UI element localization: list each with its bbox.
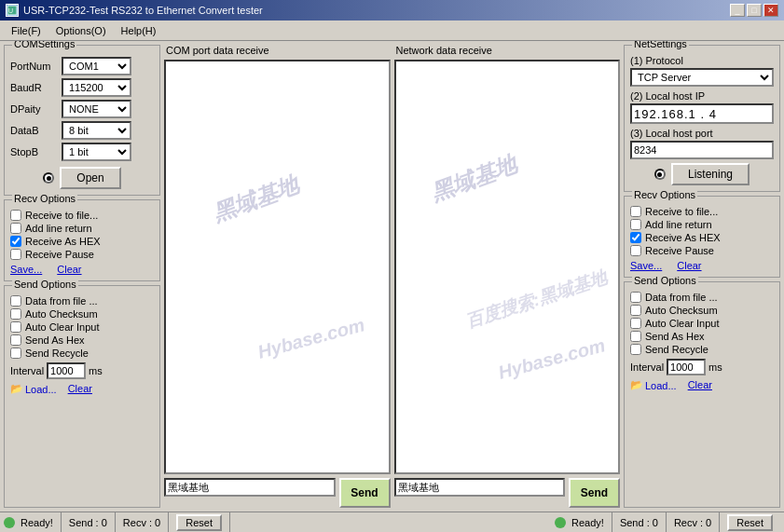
auto-clear-check[interactable] [10, 321, 21, 333]
send-hex-check[interactable] [10, 334, 21, 346]
net-recv-save-link[interactable]: Save... [630, 260, 662, 271]
right-column: NetSettings (1) Protocol TCP Server TCP … [624, 45, 780, 508]
svg-text:U: U [8, 7, 13, 14]
net-add-line-label: Add line return [645, 219, 712, 230]
auto-clear-label: Auto Clear Input [25, 321, 100, 333]
com-settings-title: COMSettings [12, 41, 76, 49]
net-interval-row: Interval ms [630, 359, 774, 375]
com-send-button[interactable]: Send [339, 478, 391, 508]
title-text: USR-TCP232-Test RS232 to Ethernet Conver… [23, 5, 263, 16]
com-send-count: Send : 0 [69, 517, 107, 528]
net-auto-checksum-label: Auto Checksum [645, 305, 718, 316]
baud-rate-select[interactable]: 115200960019200 [62, 78, 131, 97]
net-recv-pause-check[interactable] [630, 245, 641, 256]
window-controls: _ □ ✕ [730, 4, 778, 17]
net-auto-clear-check[interactable] [630, 318, 641, 329]
com-send-links: 📂 Load... Clear [10, 383, 154, 395]
maximize-button[interactable]: □ [747, 4, 762, 17]
net-send-file-label: Data from file ... [645, 292, 718, 303]
net-watermark-1: 黑域基地 [427, 150, 521, 209]
auto-checksum-check[interactable] [10, 308, 21, 320]
com-send-load-link[interactable]: 📂 Load... [10, 383, 57, 395]
com-send-input[interactable] [164, 478, 336, 497]
net-send-load-link[interactable]: 📂 Load... [630, 379, 677, 391]
send-file-check[interactable] [10, 295, 21, 307]
net-reset-section: Reset [727, 512, 780, 532]
net-send-row: Send [394, 478, 621, 508]
dparity-select[interactable]: NONEODDEVEN [62, 100, 131, 118]
net-recv-pause-row: Receive Pause [630, 245, 774, 256]
com-interval-unit: ms [89, 365, 103, 376]
send-recycle-row: Send Recycle [10, 348, 154, 359]
com-recv-clear-link[interactable]: Clear [57, 264, 81, 275]
recv-file-check[interactable] [10, 210, 21, 221]
port-num-select[interactable]: COM1COM2COM3 [62, 57, 131, 75]
net-recv-clear-link[interactable]: Clear [677, 260, 701, 271]
com-send-clear-link[interactable]: Clear [68, 383, 92, 395]
net-ready-icon [555, 517, 566, 528]
local-port-input[interactable] [630, 141, 774, 159]
recv-pause-check[interactable] [10, 249, 21, 260]
dparity-row: DPaity NONEODDEVEN [10, 100, 154, 118]
net-recv-title: Recv Options [632, 189, 697, 200]
com-reset-button[interactable]: Reset [176, 514, 222, 531]
send-file-row: Data from file ... [10, 295, 154, 307]
minimize-button[interactable]: _ [730, 4, 745, 17]
net-send-button[interactable]: Send [569, 478, 620, 508]
net-recv-pause-label: Receive Pause [645, 245, 714, 256]
data-bits-row: DataB 8 bit7 bit [10, 121, 154, 140]
send-recycle-check[interactable] [10, 348, 21, 359]
data-bits-select[interactable]: 8 bit7 bit [62, 121, 131, 140]
add-line-label: Add line return [25, 223, 92, 234]
protocol-select[interactable]: TCP Server TCP Client UDP Server [630, 68, 774, 87]
net-recv-file-check[interactable] [630, 206, 641, 217]
net-send-recycle-check[interactable] [630, 344, 641, 355]
stop-bits-select[interactable]: 1 bit2 bit [62, 143, 131, 161]
close-button[interactable]: ✕ [763, 4, 778, 17]
open-radio[interactable] [43, 172, 54, 184]
send-file-label: Data from file ... [25, 295, 98, 307]
net-auto-clear-label: Auto Clear Input [645, 318, 720, 329]
menu-options[interactable]: Options(O) [48, 23, 114, 38]
net-send-recycle-row: Send Recycle [630, 344, 774, 355]
net-recv-hex-check[interactable] [630, 232, 641, 243]
status-bar: Ready! Send : 0 Recv : 0 Reset Ready! Se… [0, 512, 784, 532]
recv-file-row: Receive to file... [10, 210, 154, 221]
listening-button[interactable]: Listening [671, 163, 750, 185]
net-send-title: Send Options [632, 275, 698, 286]
recv-hex-check[interactable] [10, 236, 21, 247]
local-port-label: (3) Local host port [630, 128, 774, 139]
net-send-input[interactable] [394, 478, 566, 497]
net-send-recycle-label: Send Recycle [645, 344, 708, 355]
com-send-row: Send [164, 478, 391, 508]
protocol-row: (1) Protocol TCP Server TCP Client UDP S… [630, 55, 774, 87]
com-receive-area: 黑域基地 Hybase.com [164, 60, 391, 474]
net-send-clear-link[interactable]: Clear [688, 379, 712, 391]
net-send-hex-row: Send As Hex [630, 331, 774, 342]
add-line-check[interactable] [10, 223, 21, 234]
menu-help[interactable]: Help(H) [114, 23, 164, 38]
com-recv-options-panel: Recv Options Receive to file... Add line… [4, 199, 160, 281]
menu-bar: File(F) Options(O) Help(H) [0, 20, 784, 41]
net-recv-links: Save... Clear [630, 260, 774, 271]
local-ip-input[interactable] [630, 103, 774, 124]
open-button[interactable]: Open [60, 167, 120, 189]
net-send-hex-check[interactable] [630, 331, 641, 342]
com-interval-row: Interval ms [10, 362, 154, 379]
menu-file[interactable]: File(F) [4, 23, 48, 38]
open-radio-container: Open [43, 167, 120, 189]
listening-radio[interactable] [654, 169, 666, 180]
net-send-file-check[interactable] [630, 292, 641, 303]
net-auto-checksum-check[interactable] [630, 305, 641, 316]
net-send-file-row: Data from file ... [630, 292, 774, 303]
local-port-row: (3) Local host port [630, 128, 774, 159]
com-interval-input[interactable] [47, 362, 86, 379]
stop-bits-label: StopB [10, 146, 62, 157]
recv-file-label: Receive to file... [25, 210, 98, 221]
net-interval-input[interactable] [667, 359, 706, 375]
net-send-options-panel: Send Options Data from file ... Auto Che… [624, 281, 780, 508]
net-reset-button[interactable]: Reset [727, 514, 773, 531]
com-recv-save-link[interactable]: Save... [10, 264, 42, 275]
auto-checksum-label: Auto Checksum [25, 308, 98, 320]
net-add-line-check[interactable] [630, 219, 641, 230]
